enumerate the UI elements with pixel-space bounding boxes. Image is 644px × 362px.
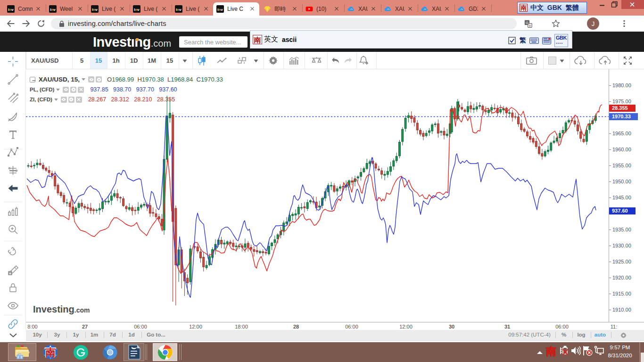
svg-text:文: 文: [528, 24, 532, 27]
svg-text:南: 南: [45, 346, 56, 358]
